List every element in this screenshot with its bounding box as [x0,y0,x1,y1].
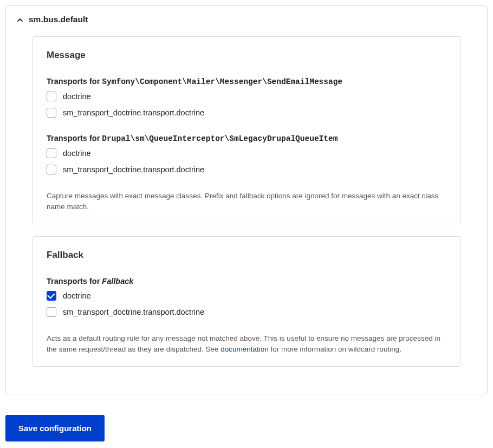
checkbox-label[interactable]: doctrine [63,92,91,101]
checkbox-row: doctrine [47,92,446,101]
transports-for-prefix: Transports for [47,134,102,142]
fieldset-message: Message Transports for Symfony\Component… [32,36,461,224]
fieldset-fallback-description: Acts as a default routing rule for any m… [47,333,446,354]
details-container: sm.bus.default Message Transports for Sy… [5,5,488,394]
fieldset-fallback-legend: Fallback [47,250,446,261]
checkbox-sm-transport-doctrine[interactable] [47,165,56,174]
details-summary[interactable]: sm.bus.default [17,11,476,30]
transport-section-sendemail: Transports for Symfony\Component\Mailer\… [47,77,446,118]
transport-section-queueitem: Transports for Drupal\sm\QueueIntercepto… [47,134,446,174]
description-text-after: for more information on wildcard routing… [269,345,401,353]
transport-section-label: Transports for Drupal\sm\QueueIntercepto… [47,134,446,143]
checkbox-row: sm_transport_doctrine.transport.doctrine [47,108,446,118]
checkbox-row: doctrine [47,291,446,301]
fieldset-fallback: Fallback Transports for Fallback doctrin… [32,236,461,367]
checkbox-label[interactable]: doctrine [63,149,91,158]
transports-for-prefix: Transports for [47,277,102,285]
class-name: Symfony\Component\Mailer\Messenger\SendE… [102,77,342,86]
fieldset-message-legend: Message [47,50,446,61]
documentation-link[interactable]: documentation [220,345,269,353]
checkbox-row: doctrine [47,148,446,158]
checkbox-label[interactable]: sm_transport_doctrine.transport.doctrine [63,108,204,117]
checkbox-label[interactable]: sm_transport_doctrine.transport.doctrine [63,308,204,316]
transport-section-label: Transports for Symfony\Component\Mailer\… [47,77,446,86]
details-title: sm.bus.default [29,15,88,24]
save-configuration-button[interactable]: Save configuration [5,415,105,441]
fallback-italic-label: Fallback [102,277,133,285]
checkbox-sm-transport-doctrine[interactable] [47,307,56,317]
checkbox-label[interactable]: doctrine [63,291,91,300]
checkbox-row: sm_transport_doctrine.transport.doctrine [47,307,446,317]
class-name: Drupal\sm\QueueInterceptor\SmLegacyDrupa… [102,134,338,143]
fieldset-message-description: Capture messages with exact message clas… [47,191,446,212]
checkbox-doctrine[interactable] [47,291,56,301]
chevron-up-icon [17,16,23,23]
checkbox-sm-transport-doctrine[interactable] [47,108,56,118]
checkbox-label[interactable]: sm_transport_doctrine.transport.doctrine [63,165,204,174]
checkbox-doctrine[interactable] [47,148,56,158]
checkbox-doctrine[interactable] [47,92,56,101]
transport-section-label: Transports for Fallback [47,277,446,285]
transport-section-fallback: Transports for Fallback doctrine sm_tran… [47,277,446,317]
checkbox-row: sm_transport_doctrine.transport.doctrine [47,165,446,174]
transports-for-prefix: Transports for [47,77,102,86]
